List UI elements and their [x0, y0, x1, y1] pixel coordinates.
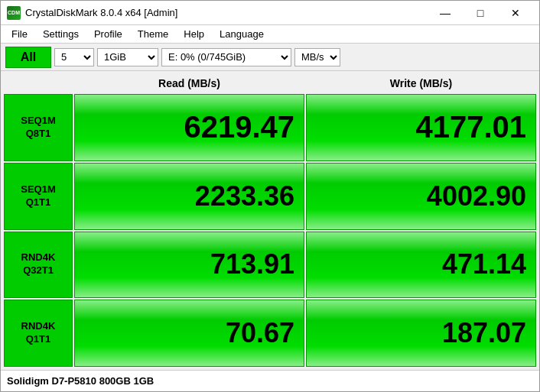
drive-select[interactable]: E: 0% (0/745GiB) — [161, 48, 291, 66]
benchmark-area: Read (MB/s) Write (MB/s) SEQ1M Q8T1 6219… — [1, 71, 539, 370]
size-select[interactable]: 1GiB — [97, 48, 158, 66]
main-window: CDM CrystalDiskMark 8.0.4 x64 [Admin] — … — [0, 0, 540, 392]
bench-row-rnd4k-q1t1: RND4K Q1T1 70.67 187.07 — [4, 300, 536, 367]
menu-help[interactable]: Help — [176, 25, 212, 43]
runs-select[interactable]: 5 — [54, 48, 94, 66]
write-value-rnd4k-q32t1: 471.14 — [442, 248, 526, 280]
menu-theme[interactable]: Theme — [130, 25, 176, 43]
row-label-seq1m-q8t1: SEQ1M Q8T1 — [4, 94, 73, 161]
header-write: Write (MB/s) — [306, 74, 536, 92]
menu-settings[interactable]: Settings — [35, 25, 86, 43]
maximize-button[interactable]: □ — [463, 1, 498, 25]
read-value-rnd4k-q1t1: 70.67 — [226, 317, 294, 349]
read-seq1m-q8t1: 6219.47 — [74, 94, 304, 161]
read-value-seq1m-q1t1: 2233.36 — [195, 180, 294, 212]
minimize-button[interactable]: — — [428, 1, 463, 25]
write-value-seq1m-q8t1: 4177.01 — [415, 110, 526, 144]
toolbar: All 5 1GiB E: 0% (0/745GiB) MB/s — [1, 44, 539, 71]
title-bar-controls: — □ ✕ — [428, 1, 533, 25]
close-button[interactable]: ✕ — [498, 1, 533, 25]
menu-language[interactable]: Language — [212, 25, 272, 43]
row-label-rnd4k-q32t1: RND4K Q32T1 — [4, 232, 73, 299]
row-label-rnd4k-q1t1: RND4K Q1T1 — [4, 300, 73, 367]
read-value-seq1m-q8t1: 6219.47 — [184, 110, 294, 144]
read-value-rnd4k-q32t1: 713.91 — [210, 248, 294, 280]
write-value-seq1m-q1t1: 4002.90 — [427, 180, 526, 212]
title-bar-left: CDM CrystalDiskMark 8.0.4 x64 [Admin] — [7, 6, 177, 20]
read-rnd4k-q1t1: 70.67 — [74, 300, 304, 367]
header-read: Read (MB/s) — [74, 74, 304, 92]
menu-profile[interactable]: Profile — [86, 25, 130, 43]
row-label-seq1m-q1t1: SEQ1M Q1T1 — [4, 163, 73, 230]
read-seq1m-q1t1: 2233.36 — [74, 163, 304, 230]
read-rnd4k-q32t1: 713.91 — [74, 232, 304, 299]
column-headers: Read (MB/s) Write (MB/s) — [4, 74, 536, 92]
menu-file[interactable]: File — [4, 25, 35, 43]
bench-row-seq1m-q8t1: SEQ1M Q8T1 6219.47 4177.01 — [4, 94, 536, 161]
write-rnd4k-q1t1: 187.07 — [306, 300, 536, 367]
write-seq1m-q1t1: 4002.90 — [306, 163, 536, 230]
menu-bar: File Settings Profile Theme Help Languag… — [1, 25, 539, 44]
window-title: CrystalDiskMark 8.0.4 x64 [Admin] — [25, 7, 177, 18]
title-bar: CDM CrystalDiskMark 8.0.4 x64 [Admin] — … — [1, 1, 539, 25]
status-text: Solidigm D7-P5810 800GB 1GB — [7, 375, 154, 387]
unit-select[interactable]: MB/s — [294, 48, 340, 66]
bench-row-seq1m-q1t1: SEQ1M Q1T1 2233.36 4002.90 — [4, 163, 536, 230]
write-rnd4k-q32t1: 471.14 — [306, 232, 536, 299]
write-value-rnd4k-q1t1: 187.07 — [442, 317, 526, 349]
status-bar: Solidigm D7-P5810 800GB 1GB — [1, 370, 539, 391]
write-seq1m-q8t1: 4177.01 — [306, 94, 536, 161]
app-icon: CDM — [7, 6, 21, 20]
all-button[interactable]: All — [5, 47, 51, 68]
header-empty — [4, 74, 73, 92]
bench-row-rnd4k-q32t1: RND4K Q32T1 713.91 471.14 — [4, 232, 536, 299]
